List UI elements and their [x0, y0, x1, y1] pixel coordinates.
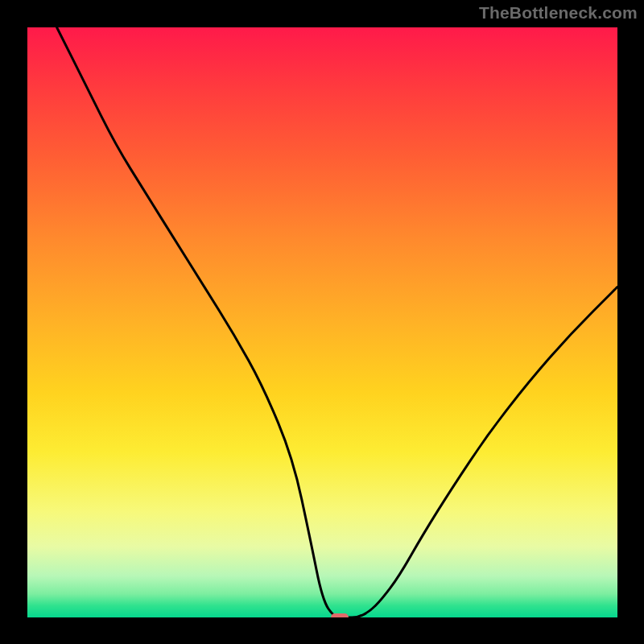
plot-area: [27, 27, 617, 617]
attribution-text: TheBottleneck.com: [479, 3, 638, 23]
optimal-point-marker: [331, 613, 349, 617]
bottleneck-curve: [27, 27, 617, 617]
chart-frame: TheBottleneck.com: [0, 0, 644, 644]
